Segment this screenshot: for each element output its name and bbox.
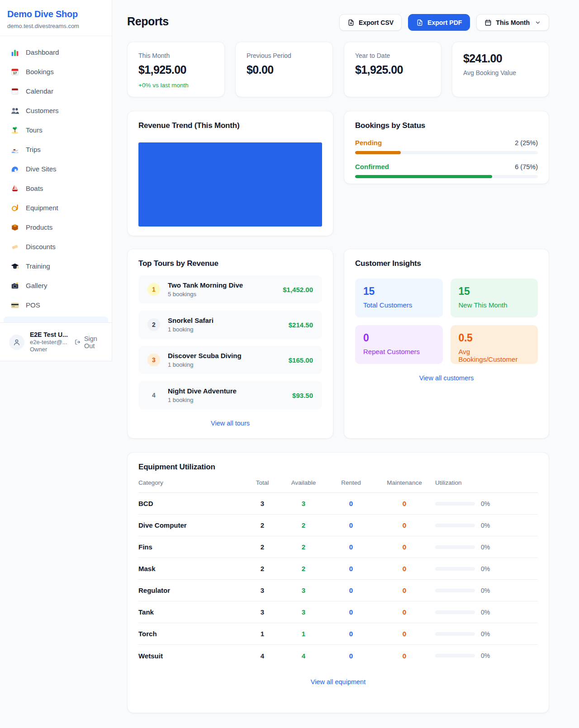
sidebar-item-discounts[interactable]: Discounts [4,237,108,256]
insight-avg-bookings: 0.5 Avg Bookings/Customer [451,325,538,364]
sidebar-item-gallery[interactable]: Gallery [4,276,108,295]
sidebar-item-bookings[interactable]: 17 Bookings [4,62,108,81]
equipment-available: 1 [279,630,328,638]
utilization-bar-track [435,589,475,592]
tour-name: Snorkel Safari [168,317,214,324]
rank-badge: 2 [147,318,160,331]
sidebar-item-calendar[interactable]: Calendar [4,81,108,101]
people-icon [11,107,19,115]
sign-out-button[interactable]: Sign Out [75,335,105,350]
tear-off-calendar-icon [11,87,19,95]
column-header: Maintenance [374,479,435,486]
customer-insights-title: Customer Insights [355,259,538,268]
sidebar-item-label: Dive Sites [26,165,57,173]
sidebar-item-pos[interactable]: POS [4,295,108,315]
status-value: 6 (75%) [515,163,538,170]
stat-value: $1,925.00 [355,63,430,76]
utilization-percent: 0% [481,522,490,529]
equipment-available: 3 [279,500,328,507]
equipment-utilization-cell: 0% [435,652,538,659]
tour-row[interactable]: 1 Two Tank Morning Dive5 bookings $1,452… [138,275,322,303]
view-all-equipment-link[interactable]: View all equipment [138,678,538,685]
header-actions: Export CSV Export PDF This Month [339,14,549,31]
utilization-bar-track [435,632,475,636]
sidebar-item-label: Dashboard [26,48,59,56]
sailboat-icon [11,184,19,193]
file-download-icon [347,19,355,26]
table-row: BCD 3 3 0 0 0% [138,493,538,515]
status-row-pending: Pending 2 (25%) [355,139,538,154]
revenue-trend-bar [138,142,322,227]
equipment-rented: 0 [328,500,374,507]
package-icon [11,223,19,232]
sidebar-item-label: Products [26,223,52,231]
equipment-maintenance: 0 [374,521,435,529]
tag-icon [11,243,19,251]
bookings-by-status-card: Bookings by Status Pending 2 (25%) Confi… [344,111,549,184]
equipment-utilization-card: Equipment Utilization Category Total Ava… [127,452,549,713]
tour-bookings: 1 booking [168,361,242,368]
equipment-rented: 0 [328,521,374,529]
sidebar-item-customers[interactable]: Customers [4,101,108,120]
diving-mask-icon [11,204,19,212]
period-dropdown[interactable]: This Month [476,14,549,31]
table-row: Mask 2 2 0 0 0% [138,558,538,580]
customer-insights-card: Customer Insights 15 Total Customers 15 … [344,249,549,439]
insight-value: 0.5 [459,332,530,344]
user-role: Owner [30,346,69,353]
column-header: Total [246,479,279,486]
export-csv-button[interactable]: Export CSV [339,14,402,31]
shop-domain: demo.test.divestreams.com [7,23,104,29]
stat-value: $241.00 [463,52,538,65]
equipment-utilization-cell: 0% [435,587,538,594]
tour-revenue: $93.50 [292,392,313,399]
sidebar-item-dashboard[interactable]: Dashboard [4,43,108,62]
status-label: Confirmed [355,163,389,170]
tour-row[interactable]: 2 Snorkel Safari1 booking $214.50 [138,311,322,339]
graduation-cap-icon [11,262,19,270]
status-bar-fill [355,151,401,154]
utilization-percent: 0% [481,565,490,572]
equipment-category: Torch [138,630,246,638]
tour-row[interactable]: 3 Discover Scuba Diving1 booking $165.00 [138,346,322,374]
sidebar-item-equipment[interactable]: Equipment [4,198,108,217]
equipment-maintenance: 0 [374,652,435,660]
tour-row[interactable]: 4 Night Dive Adventure1 booking $93.50 [138,381,322,409]
equipment-maintenance: 0 [374,586,435,594]
tour-bookings: 1 booking [168,397,237,403]
tour-revenue: $1,452.00 [283,286,313,293]
view-all-tours-link[interactable]: View all tours [138,420,322,427]
insight-label: Total Customers [363,301,435,309]
insight-label: New This Month [459,301,530,309]
sidebar-item-tours[interactable]: Tours [4,120,108,140]
sidebar-item-products[interactable]: Products [4,217,108,237]
equipment-total: 3 [246,608,279,616]
equipment-category: Regulator [138,586,246,594]
tour-name: Discover Scuba Diving [168,352,242,359]
bookings-by-status-title: Bookings by Status [355,121,538,130]
export-pdf-button[interactable]: Export PDF [408,14,470,31]
view-all-customers-link[interactable]: View all customers [355,374,538,382]
utilization-percent: 0% [481,500,490,507]
sidebar-item-training[interactable]: Training [4,256,108,276]
sidebar-item-trips[interactable]: Trips [4,140,108,159]
active-nav-highlight-partial[interactable] [4,317,108,322]
equipment-total: 3 [246,586,279,594]
equipment-utilization-cell: 0% [435,565,538,572]
sidebar-item-label: Equipment [26,204,58,212]
user-panel: E2E Test U... e2e-tester@... Owner Sign … [0,322,112,361]
insight-value: 15 [459,285,530,298]
tour-revenue: $165.00 [289,356,313,364]
user-meta: E2E Test U... e2e-tester@... Owner [30,331,69,354]
sidebar-item-dive-sites[interactable]: Dive Sites [4,159,108,179]
stat-label: Year to Date [355,52,430,59]
stat-value: $0.00 [247,63,322,76]
shop-name: Demo Dive Shop [7,9,104,19]
sidebar-item-boats[interactable]: Boats [4,179,108,198]
calendar-icon [484,19,492,26]
stat-card-year-to-date: Year to Date $1,925.00 [344,42,441,97]
period-label: This Month [496,19,530,26]
stat-card-this-month: This Month $1,925.00 +0% vs last month [127,42,225,97]
sign-out-label: Sign Out [84,335,105,350]
equipment-category: Wetsuit [138,652,246,660]
